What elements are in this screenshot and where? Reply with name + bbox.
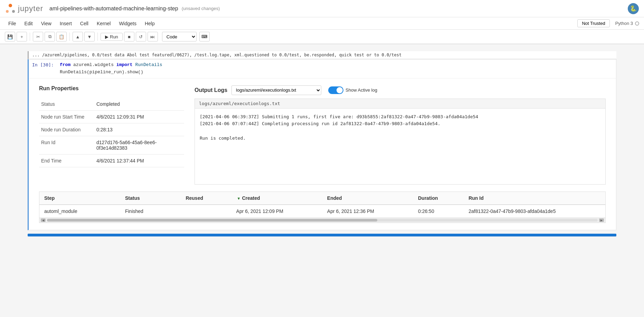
prop-row-start-time: Node run Start Time 4/6/2021 12:09:31 PM xyxy=(39,110,184,123)
scrollbar-thumb[interactable] xyxy=(47,219,377,222)
prop-row-status: Status Completed xyxy=(39,98,184,111)
unsaved-indicator: (unsaved changes) xyxy=(182,6,220,11)
from-keyword: from xyxy=(60,62,70,67)
prop-value-start-time: 4/6/2021 12:09:31 PM xyxy=(94,110,184,123)
paste-button[interactable]: 📋 xyxy=(56,32,67,41)
move-down-button[interactable]: ▼ xyxy=(84,32,95,41)
toolbar: 💾 + ✂ ⧉ 📋 ▲ ▼ ▶ Run ■ ↺ ⏭ Code ⌨ xyxy=(0,30,644,44)
cell-input[interactable]: In [30]: from azureml.widgets import Run… xyxy=(29,59,616,78)
col-header-ended[interactable]: Ended xyxy=(322,192,413,205)
notebook-title[interactable]: aml-pipelines-with-automated-machine-lea… xyxy=(49,6,178,12)
menu-file[interactable]: File xyxy=(5,19,20,28)
col-header-run-id[interactable]: Run Id xyxy=(464,192,605,205)
prop-label-end-time: End Time xyxy=(39,154,94,167)
kernel-indicator: Python 3 xyxy=(615,21,639,26)
keyboard-shortcuts-button[interactable]: ⌨ xyxy=(199,32,210,41)
step-table: Step Status Reused ▼ Created Ended Durat… xyxy=(39,192,605,218)
cell-code[interactable]: from azureml.widgets import RunDetails R… xyxy=(60,62,613,76)
prop-value-status: Completed xyxy=(94,98,184,111)
menu-widgets[interactable]: Widgets xyxy=(115,19,140,28)
cell-output: Run Properties Status Completed Node run… xyxy=(29,78,616,230)
output-logs-header: Output Logs logs/azureml/executionlogs.t… xyxy=(195,85,606,95)
toggle-label: Show Active log xyxy=(345,87,377,93)
kernel-status-circle xyxy=(635,21,639,26)
step-table-header-row: Step Status Reused ▼ Created Ended Durat… xyxy=(39,192,605,205)
prop-label-duration: Node run Duration xyxy=(39,123,94,136)
cell-type-select[interactable]: Code xyxy=(162,32,197,41)
toolbar-divider-1 xyxy=(30,32,30,41)
top-bar: jupyter aml-pipelines-with-automated-mac… xyxy=(0,0,644,17)
svg-point-2 xyxy=(12,10,15,13)
col-header-status[interactable]: Status xyxy=(120,192,181,205)
log-file-header: logs/azureml/executionlogs.txt xyxy=(195,99,606,109)
svg-text:🐍: 🐍 xyxy=(630,5,637,12)
bottom-bar xyxy=(28,234,616,236)
cell-duration: 0:26:50 xyxy=(413,205,464,218)
copy-button[interactable]: ⧉ xyxy=(45,32,55,41)
class-name: RunDetails xyxy=(135,62,162,67)
menu-help[interactable]: Help xyxy=(141,19,158,28)
menu-bar: File Edit View Insert Cell Kernel Widget… xyxy=(0,17,644,30)
cell-run-id: 2af81322-0a47-47b9-9803-afda04a1de5 xyxy=(464,205,605,218)
log-line-1: [2021-04-06 06:39:37Z] Submitting 1 runs… xyxy=(200,113,600,121)
scroll-right-button[interactable]: ▶ xyxy=(599,218,604,222)
cell-step: automl_module xyxy=(39,205,120,218)
output-logs-panel: Output Logs logs/azureml/executionlogs.t… xyxy=(195,85,606,185)
prop-label-start-time: Node run Start Time xyxy=(39,110,94,123)
save-button[interactable]: 💾 xyxy=(5,32,15,41)
col-header-step[interactable]: Step xyxy=(39,192,120,205)
col-header-duration[interactable]: Duration xyxy=(413,192,464,205)
not-trusted-button[interactable]: Not Trusted xyxy=(577,19,609,27)
output-logs-title: Output Logs xyxy=(195,87,227,93)
menu-cell[interactable]: Cell xyxy=(77,19,92,28)
log-file-selector[interactable]: logs/azureml/executionlogs.txt xyxy=(231,85,321,95)
prop-label-run-id: Run Id xyxy=(39,136,94,154)
restart-button[interactable]: ↺ xyxy=(136,32,146,41)
scroll-left-button[interactable]: ◀ xyxy=(41,218,46,222)
log-line-2: [2021-04-06 07:07:44Z] Completing proces… xyxy=(200,120,600,128)
code-cell: In [30]: from azureml.widgets import Run… xyxy=(28,59,616,230)
move-up-button[interactable]: ▲ xyxy=(73,32,83,41)
python-logo-icon: 🐍 xyxy=(627,3,639,15)
step-section: Step Status Reused ▼ Created Ended Durat… xyxy=(39,192,606,223)
menu-insert[interactable]: Insert xyxy=(56,19,75,28)
jupyter-wordmark: jupyter xyxy=(18,4,43,13)
col-header-created[interactable]: ▼ Created xyxy=(231,192,322,205)
show-active-log-toggle[interactable] xyxy=(328,86,343,94)
menu-view[interactable]: View xyxy=(38,19,55,28)
kernel-label: Python 3 xyxy=(615,21,633,26)
log-line-4: Run is completed. xyxy=(200,135,600,142)
prop-row-run-id: Run Id d127d176-5a66-45a6-8ee6-0f3e14d82… xyxy=(39,136,184,154)
menu-edit[interactable]: Edit xyxy=(21,19,36,28)
prop-value-end-time: 4/6/2021 12:37:44 PM xyxy=(94,154,184,167)
prop-row-end-time: End Time 4/6/2021 12:37:44 PM xyxy=(39,154,184,167)
scrolled-output: ... /azureml/pipelines, 0.0/test data Ab… xyxy=(28,51,616,59)
scrollbar-track[interactable] xyxy=(47,219,598,222)
import-keyword: import xyxy=(116,62,133,67)
cell-status: Finished xyxy=(120,205,181,218)
code-line-2: RunDetails(pipeline_run).show() xyxy=(60,69,613,76)
prop-value-run-id: d127d176-5a66-45a6-8ee6-0f3e14d82383 xyxy=(94,136,184,154)
toolbar-divider-2 xyxy=(69,32,70,41)
stop-button[interactable]: ■ xyxy=(124,32,134,41)
sort-icon-created: ▼ xyxy=(237,196,241,201)
menu-kernel[interactable]: Kernel xyxy=(93,19,114,28)
run-icon: ▶ xyxy=(105,34,108,39)
show-active-log-toggle-wrap: Show Active log xyxy=(328,86,377,94)
add-cell-button[interactable]: + xyxy=(17,32,27,41)
run-properties-table: Status Completed Node run Start Time 4/6… xyxy=(39,98,184,167)
run-button[interactable]: ▶ Run xyxy=(101,33,123,41)
log-line-3 xyxy=(200,128,600,135)
jupyter-logo-icon xyxy=(5,3,16,14)
svg-point-0 xyxy=(9,4,12,7)
cut-button[interactable]: ✂ xyxy=(33,32,43,41)
cell-created: Apr 6, 2021 12:09 PM xyxy=(231,205,322,218)
widget-layout: Run Properties Status Completed Node run… xyxy=(39,85,606,185)
cell-prompt: In [30]: xyxy=(32,62,60,67)
cell-reused xyxy=(181,205,231,218)
prop-value-duration: 0:28:13 xyxy=(94,123,184,136)
col-header-reused[interactable]: Reused xyxy=(181,192,231,205)
fast-forward-button[interactable]: ⏭ xyxy=(148,32,158,41)
horizontal-scrollbar[interactable]: ◀ ▶ xyxy=(39,218,605,223)
svg-point-1 xyxy=(6,10,9,13)
